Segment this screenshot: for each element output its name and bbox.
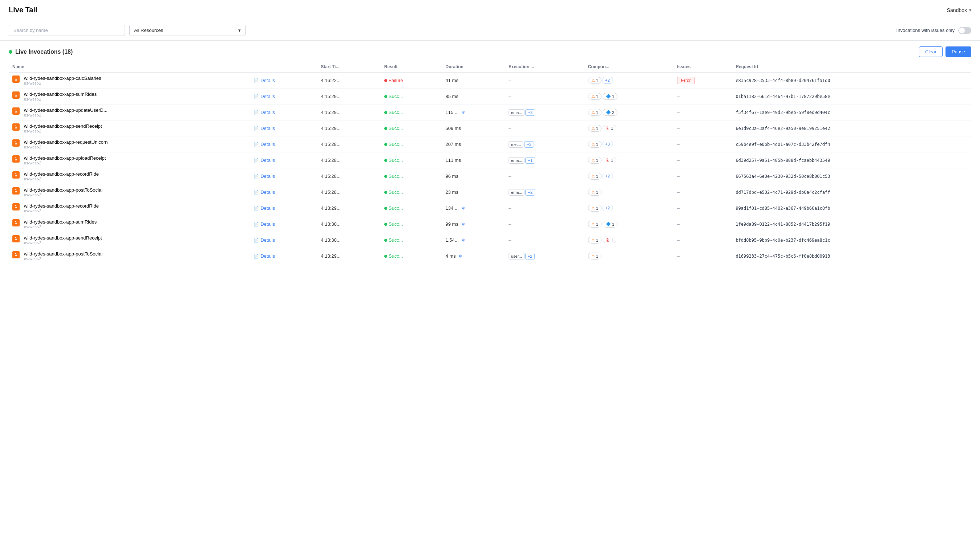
details-link[interactable]: 📄 Details bbox=[254, 173, 313, 179]
fn-cell: λ wild-rydes-sandbox-app-requestUnicorn … bbox=[12, 139, 246, 149]
issues: Error bbox=[674, 73, 732, 89]
fn-name: wild-rydes-sandbox-app-updateUserD... bbox=[24, 107, 107, 113]
table-row: λ wild-rydes-sandbox-app-sendReceipt us-… bbox=[9, 232, 971, 248]
execution: – bbox=[505, 73, 585, 89]
col-details bbox=[250, 61, 317, 73]
fn-name: wild-rydes-sandbox-app-postToSocial bbox=[24, 187, 102, 193]
comp-plus[interactable]: +3 bbox=[603, 141, 612, 147]
components: ⚠ 1🗄 1 bbox=[585, 152, 674, 168]
resources-dropdown[interactable]: All Resources ▾ bbox=[129, 25, 246, 36]
components: ⚠ 1 bbox=[585, 184, 674, 200]
cold-start-icon: ❄ bbox=[458, 254, 462, 259]
document-icon: 📄 bbox=[254, 94, 259, 99]
execution: ema...+3 bbox=[505, 105, 585, 121]
request-id: 01ba1182-661d-4464-97b1-1787229be58e bbox=[732, 89, 971, 105]
execution: – bbox=[505, 200, 585, 216]
fn-cell: λ wild-rydes-sandbox-app-sumRides us-wes… bbox=[12, 91, 246, 101]
comp-badge-a: ⚠ 1 bbox=[588, 237, 601, 244]
components: ⚠ 1+3 bbox=[585, 136, 674, 152]
comp-badge-a: ⚠ 1 bbox=[588, 221, 601, 228]
success-dot bbox=[384, 143, 387, 146]
fn-region: us-west-2 bbox=[24, 129, 102, 133]
issue-error-badge: Error bbox=[677, 77, 695, 84]
result-success: Succ... bbox=[384, 253, 439, 259]
comp-badge-a: ⚠ 1 bbox=[588, 252, 601, 260]
comp-badge-a: ⚠ 1 bbox=[588, 125, 601, 132]
details-link[interactable]: 📄 Details bbox=[254, 205, 313, 211]
details-link[interactable]: 📄 Details bbox=[254, 221, 313, 227]
issues-toggle[interactable] bbox=[958, 27, 971, 34]
request-id: e835c928-3533-4cf4-8b89-d204761fa1d0 bbox=[732, 73, 971, 89]
comp-plus[interactable]: +2 bbox=[603, 205, 612, 211]
table-row: λ wild-rydes-sandbox-app-uploadReceipt u… bbox=[9, 152, 971, 168]
start-time: 4:13:30... bbox=[317, 232, 380, 248]
success-dot bbox=[384, 175, 387, 178]
comp-b-icon: 🗄 bbox=[606, 238, 610, 242]
details-link[interactable]: 📄 Details bbox=[254, 142, 313, 147]
exec-plus[interactable]: +2 bbox=[525, 253, 535, 260]
comp-badge-a: ⚠ 1 bbox=[588, 157, 601, 164]
table-row: λ wild-rydes-sandbox-app-recordRide us-w… bbox=[9, 168, 971, 184]
table-row: λ wild-rydes-sandbox-app-calcSalaries us… bbox=[9, 73, 971, 89]
start-time: 4:15:29... bbox=[317, 121, 380, 136]
comp-plus[interactable]: +2 bbox=[603, 173, 612, 179]
page-title: Live Tail bbox=[9, 6, 37, 14]
col-name: Name bbox=[9, 61, 250, 73]
comp-badge-b: 🔷 2 bbox=[603, 109, 617, 116]
execution: – bbox=[505, 89, 585, 105]
details-link[interactable]: 📄 Details bbox=[254, 189, 313, 195]
result-success: Succ... bbox=[384, 110, 439, 115]
header-actions: Clear Pause bbox=[919, 47, 971, 57]
duration: 1,54... ❄ bbox=[442, 232, 505, 248]
exec-plus[interactable]: +1 bbox=[525, 157, 535, 164]
result-success: Succ... bbox=[384, 142, 439, 147]
lambda-icon: λ bbox=[12, 91, 19, 99]
search-input[interactable] bbox=[9, 25, 125, 36]
lambda-icon: λ bbox=[12, 76, 19, 83]
issues: – bbox=[674, 168, 732, 184]
execution: – bbox=[505, 121, 585, 136]
fn-region: us-west-2 bbox=[24, 225, 97, 229]
fn-region: us-west-2 bbox=[24, 257, 102, 261]
comp-badge-a: ⚠ 1 bbox=[588, 141, 601, 148]
fn-region: us-west-2 bbox=[24, 193, 102, 197]
details-link[interactable]: 📄 Details bbox=[254, 126, 313, 131]
fn-name: wild-rydes-sandbox-app-calcSalaries bbox=[24, 76, 101, 81]
request-id: f5f34f67-1ae9-49d2-9beb-59f8ed9d404c bbox=[732, 105, 971, 121]
document-icon: 📄 bbox=[254, 110, 259, 115]
duration: 23 ms bbox=[442, 184, 505, 200]
pause-button[interactable]: Pause bbox=[946, 47, 971, 57]
exec-plus[interactable]: +2 bbox=[525, 189, 535, 196]
fn-cell: λ wild-rydes-sandbox-app-recordRide us-w… bbox=[12, 203, 246, 213]
invocations-table: Name Start Ti... Result Duration Executi… bbox=[9, 61, 971, 264]
exec-plus[interactable]: +3 bbox=[524, 141, 534, 148]
issues: – bbox=[674, 105, 732, 121]
table-row: λ wild-rydes-sandbox-app-sumRides us-wes… bbox=[9, 89, 971, 105]
document-icon: 📄 bbox=[254, 206, 259, 211]
details-link[interactable]: 📄 Details bbox=[254, 253, 313, 259]
details-link[interactable]: 📄 Details bbox=[254, 238, 313, 243]
duration: 4 ms ❄ bbox=[442, 248, 505, 264]
comp-plus[interactable]: +2 bbox=[603, 77, 612, 84]
env-selector[interactable]: Sandbox ▾ bbox=[947, 7, 971, 13]
lambda-comp-icon: ⚠ bbox=[591, 78, 595, 83]
document-icon: 📄 bbox=[254, 126, 259, 131]
col-result: Result bbox=[381, 61, 442, 73]
request-id: bfdd8b95-9bb9-4c0e-b237-dfc469ea8c1c bbox=[732, 232, 971, 248]
comp-badge-a: ⚠ 1 bbox=[588, 173, 601, 179]
execution: – bbox=[505, 232, 585, 248]
details-link[interactable]: 📄 Details bbox=[254, 78, 313, 83]
components: ⚠ 1+2 bbox=[585, 168, 674, 184]
col-components: Compon... bbox=[585, 61, 674, 73]
fn-name: wild-rydes-sandbox-app-postToSocial bbox=[24, 251, 102, 257]
section-title-text: Live Invocations (18) bbox=[15, 48, 73, 55]
result-success: Succ... bbox=[384, 94, 439, 99]
details-link[interactable]: 📄 Details bbox=[254, 157, 313, 163]
clear-button[interactable]: Clear bbox=[919, 47, 943, 57]
success-dot bbox=[384, 239, 387, 242]
details-link[interactable]: 📄 Details bbox=[254, 94, 313, 99]
details-link[interactable]: 📄 Details bbox=[254, 110, 313, 115]
fn-cell: λ wild-rydes-sandbox-app-recordRide us-w… bbox=[12, 171, 246, 181]
col-duration: Duration bbox=[442, 61, 505, 73]
exec-plus[interactable]: +3 bbox=[525, 109, 535, 116]
